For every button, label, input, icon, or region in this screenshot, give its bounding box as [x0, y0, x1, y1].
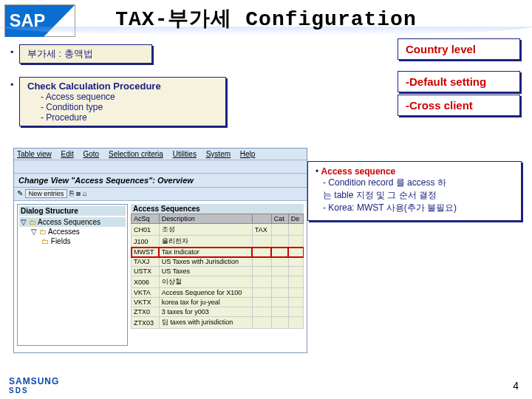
menu-item[interactable]: Table view: [17, 150, 52, 158]
table-cell[interactable]: ZTX03: [132, 317, 160, 329]
table-row[interactable]: TAXJUS Taxes with Jurisdiction: [132, 257, 304, 267]
table-cell[interactable]: US Taxes with Jurisdiction: [159, 257, 252, 267]
table-row[interactable]: CH01조성TAX: [132, 224, 304, 236]
table-cell[interactable]: VKTA: [132, 288, 160, 298]
sap-menu-bar[interactable]: Table view Edit Goto Selection criteria …: [14, 149, 307, 160]
table-cell[interactable]: VKTX: [132, 298, 160, 307]
table-cell[interactable]: [252, 317, 271, 329]
table-row[interactable]: MWSTTax Indicator: [132, 248, 304, 257]
copy-icon[interactable]: ⎘: [69, 189, 74, 197]
menu-item[interactable]: Selection criteria: [109, 150, 163, 158]
note-line: 는 table 지정 및 그 순서 결정: [323, 189, 514, 202]
table-cell[interactable]: [271, 224, 288, 236]
table-cell[interactable]: 딤 taxes with jurisdiction: [159, 317, 252, 329]
table-cell[interactable]: X006: [132, 276, 160, 288]
table-cell[interactable]: [288, 307, 303, 317]
col-description[interactable]: Description: [159, 214, 252, 224]
dialog-structure-tree[interactable]: Dialog Structure ▽ 🗀 Access Sequences ▽ …: [17, 204, 128, 346]
menu-item[interactable]: Utilities: [173, 150, 197, 158]
table-cell[interactable]: [288, 267, 303, 276]
table-cell[interactable]: Tax Indicator: [159, 248, 252, 257]
tree-item-accesses[interactable]: ▽ 🗀 Accesses: [19, 227, 126, 236]
table-cell[interactable]: 율리전자: [159, 236, 252, 248]
menu-item[interactable]: Help: [240, 150, 256, 158]
table-cell[interactable]: [288, 248, 303, 257]
table-cell[interactable]: TAX: [252, 224, 271, 236]
col-blank[interactable]: [252, 214, 271, 224]
table-cell[interactable]: [271, 236, 288, 248]
menu-item[interactable]: System: [206, 150, 231, 158]
table-cell[interactable]: CH01: [132, 224, 160, 236]
status-default-setting: -Default setting: [398, 71, 520, 92]
sap-sub-toolbar[interactable]: ✎ New entries ⎘ ▦ ⌂: [14, 188, 307, 201]
col-de[interactable]: De: [288, 214, 303, 224]
sap-view-title: Change View "Access Sequences": Overview: [14, 174, 307, 188]
table-cell[interactable]: [252, 248, 271, 257]
table-cell[interactable]: [271, 267, 288, 276]
sap-toolbar[interactable]: [14, 160, 307, 174]
bullet-dot: •: [10, 47, 14, 58]
table-row[interactable]: X006이상철: [132, 276, 304, 288]
access-sequences-table[interactable]: AcSq Description Cat De CH01조성TAXJ100율리전…: [131, 214, 304, 329]
table-cell[interactable]: [252, 267, 271, 276]
new-entries-button[interactable]: New entries: [25, 189, 68, 198]
menu-item[interactable]: Edit: [61, 150, 73, 158]
table-cell[interactable]: US Taxes: [159, 267, 252, 276]
table-cell[interactable]: 3 taxes for y003: [159, 307, 252, 317]
table-cell[interactable]: TAXJ: [132, 257, 160, 267]
table-cell[interactable]: [271, 276, 288, 288]
col-acsq[interactable]: AcSq: [132, 214, 160, 224]
table-cell[interactable]: [288, 288, 303, 298]
table-cell[interactable]: [271, 248, 288, 257]
table-cell[interactable]: USTX: [132, 267, 160, 276]
table-cell[interactable]: [271, 288, 288, 298]
tree-item-access-sequences[interactable]: ▽ 🗀 Access Sequences: [19, 217, 126, 227]
table-cell[interactable]: ZTX0: [132, 307, 160, 317]
menu-item[interactable]: Goto: [83, 150, 100, 158]
table-cell[interactable]: korea tax for ju-yeal: [159, 298, 252, 307]
access-sequences-table-wrap: Access Sequences AcSq Description Cat De…: [131, 204, 304, 346]
table-cell[interactable]: [252, 236, 271, 248]
table-cell[interactable]: [288, 276, 303, 288]
table-cell[interactable]: [288, 236, 303, 248]
table-row[interactable]: VKTAAccess Sequence for X100: [132, 288, 304, 298]
table-cell[interactable]: [271, 298, 288, 307]
table-row[interactable]: ZTX03 taxes for y003: [132, 307, 304, 317]
col-cat[interactable]: Cat: [271, 214, 288, 224]
bullet-2-item: - Procedure: [41, 112, 218, 123]
table-cell[interactable]: [271, 317, 288, 329]
table-row[interactable]: USTXUS Taxes: [132, 267, 304, 276]
bullet-2: Check Calculation Procedure - Access seq…: [19, 77, 226, 126]
table-cell[interactable]: [252, 307, 271, 317]
table-row[interactable]: VKTXkorea tax for ju-yeal: [132, 298, 304, 307]
table-cell[interactable]: [288, 224, 303, 236]
status-cross-client: -Cross client: [398, 95, 520, 116]
sap-screenshot: Table view Edit Goto Selection criteria …: [13, 148, 307, 353]
table-cell[interactable]: [252, 298, 271, 307]
table-cell[interactable]: [288, 257, 303, 267]
bullet-dot: •: [10, 79, 14, 90]
grid-icon[interactable]: ▦: [76, 189, 81, 197]
table-cell[interactable]: [252, 276, 271, 288]
tree-item-fields[interactable]: 🗀 Fields: [19, 236, 126, 246]
tree-icon[interactable]: ⌂: [83, 189, 87, 197]
samsung-logo: SAMSUNGSDS: [9, 376, 59, 395]
table-row[interactable]: J100율리전자: [132, 236, 304, 248]
table-cell[interactable]: 이상철: [159, 276, 252, 288]
note-title: Access sequence: [321, 166, 396, 177]
table-cell[interactable]: Access Sequence for X100: [159, 288, 252, 298]
table-cell[interactable]: [271, 257, 288, 267]
page-title: TAX-부가세 Configuration: [0, 4, 532, 33]
table-cell[interactable]: 조성: [159, 224, 252, 236]
table-cell[interactable]: [288, 317, 303, 329]
table-cell[interactable]: [252, 257, 271, 267]
bullet-2-item: - Condition type: [41, 102, 218, 112]
pencil-icon[interactable]: ✎: [17, 189, 23, 197]
table-cell[interactable]: [252, 288, 271, 298]
table-row[interactable]: ZTX03딤 taxes with jurisdiction: [132, 317, 304, 329]
table-cell[interactable]: [288, 298, 303, 307]
bullet-2-title: Check Calculation Procedure: [27, 81, 218, 92]
table-cell[interactable]: MWST: [132, 248, 160, 257]
table-cell[interactable]: [271, 307, 288, 317]
table-cell[interactable]: J100: [132, 236, 160, 248]
